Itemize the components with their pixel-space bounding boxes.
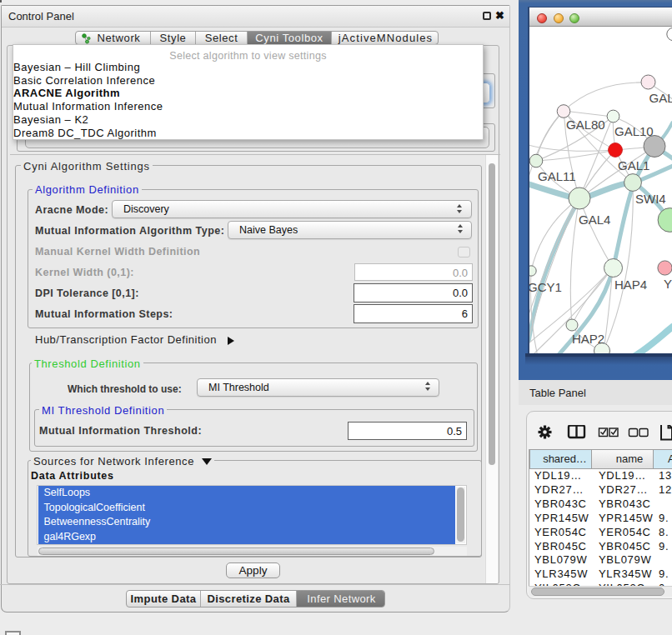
- svg-text:GAL1: GAL1: [618, 158, 649, 172]
- svg-text:GAL11: GAL11: [538, 169, 576, 183]
- svg-text:SWI4: SWI4: [635, 192, 666, 206]
- svg-text:GAL7: GAL7: [649, 91, 672, 105]
- svg-text:HAP4: HAP4: [614, 278, 647, 292]
- svg-text:Y: Y: [664, 277, 672, 291]
- svg-text:GAL80: GAL80: [566, 118, 605, 132]
- svg-text:HAP2: HAP2: [572, 332, 604, 346]
- svg-text:GAL10: GAL10: [614, 124, 654, 138]
- svg-text:GAL4: GAL4: [579, 212, 610, 227]
- svg-text:GCY1: GCY1: [529, 280, 562, 294]
